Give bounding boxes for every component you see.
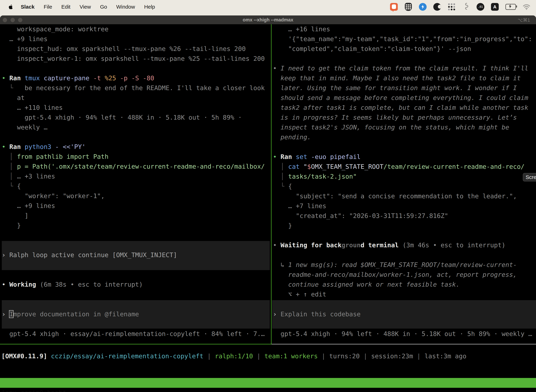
zoom-button[interactable] bbox=[18, 18, 22, 22]
right-result-block: … +16 lines '{"team_name":"my-team","tas… bbox=[273, 24, 532, 54]
terminal-line: ] bbox=[2, 211, 265, 221]
terminal-line: at bbox=[2, 93, 265, 103]
dark-crescent-icon[interactable] bbox=[433, 3, 441, 11]
apple-logo-icon[interactable] bbox=[8, 4, 14, 10]
wifi-icon[interactable] bbox=[522, 3, 531, 11]
terminal-line: "created_at": "2026-03-31T11:59:27.816Z" bbox=[273, 211, 525, 221]
terminal-line: workspace_mode: worktree bbox=[2, 24, 265, 34]
terminal-line: gpt-5.4 xhigh · 94% left · 488K in · 5.1… bbox=[2, 112, 265, 122]
terminal-line: └ be necessary for the end of the README… bbox=[2, 83, 265, 93]
terminal-line: } bbox=[273, 221, 525, 231]
shield-grid-icon[interactable] bbox=[404, 3, 412, 11]
menu-item-help[interactable]: Help bbox=[144, 4, 155, 10]
terminal-line: "completed","claim_token":"claim-token"}… bbox=[273, 44, 532, 54]
right-cat-command-block: • Ran set -euo pipefail │ cat "$OMX_TEAM… bbox=[273, 152, 525, 231]
left-pane-bottom-border bbox=[0, 344, 272, 344]
terminal-line: '{"team_name":"my-team","task_id":"1","f… bbox=[273, 34, 532, 44]
right-pane-bottom-border bbox=[272, 344, 536, 344]
battery-charging-icon[interactable] bbox=[505, 3, 516, 11]
screen-overlay-tooltip: Scre bbox=[523, 173, 536, 182]
terminal-line: weekly … bbox=[2, 122, 265, 132]
terminal-line: │ cat "$OMX_TEAM_STATE_ROOT/team/review-… bbox=[273, 162, 525, 172]
terminal-content: workspace_mode: worktree … +9 lines insp… bbox=[0, 24, 536, 392]
terminal-line: inspect_hud: omx sparkshell --tmux-pane … bbox=[2, 44, 265, 54]
input-source-a-icon[interactable]: A bbox=[491, 3, 499, 11]
terminal-line: ↳ 1 new msg(s): read $OMX_TEAM_STATE_ROO… bbox=[273, 260, 517, 270]
menu-status-tray: ..61 A bbox=[390, 3, 531, 11]
terminal-line: • Ran set -euo pipefail bbox=[273, 152, 525, 162]
minimize-button[interactable] bbox=[10, 18, 15, 22]
tmux-status-bar: [omx-cczip0:bash* "MacBook-Pro-44.local"… bbox=[0, 378, 536, 388]
terminal-line: inspect task2's JSON, focusing on the st… bbox=[273, 122, 528, 132]
terminal-line: • I need to get the claim token from the… bbox=[273, 63, 528, 73]
left-working-status: • Working (6m 38s • esc to interrupt) bbox=[2, 280, 143, 289]
terminal-line: └ { bbox=[273, 182, 525, 191]
terminal-line: • Ran tmux capture-pane -t %25 -p -S -80 bbox=[2, 73, 265, 83]
badge-61-icon[interactable]: ..61 bbox=[476, 3, 485, 11]
terminal-line: keep that in mind. Maybe I also need the… bbox=[273, 73, 528, 83]
terminal-window: omx --xhigh --madmax ⌥⌘1 workspace_mode:… bbox=[0, 15, 536, 392]
terminal-line: • Waiting for background terminal (3m 46… bbox=[273, 240, 517, 250]
terminal-line: • Working (6m 38s • esc to interrupt) bbox=[2, 280, 143, 289]
menu-item-go[interactable]: Go bbox=[100, 4, 107, 10]
tmux-session-name: [omx-cczip0:bash* bbox=[1, 388, 66, 392]
terminal-line: │ p = Path('.omx/state/team/review-curre… bbox=[2, 162, 265, 171]
right-thinking-block: • I need to get the claim token from the… bbox=[273, 63, 528, 142]
terminal-line: pending. bbox=[273, 132, 528, 142]
terminal-line: │ … +3 lines bbox=[2, 171, 265, 181]
terminal-line: gpt-5.4 xhigh · 94% left · 488K in · 5.1… bbox=[273, 329, 532, 339]
terminal-line: readme-and-reco/mailbox/worker-1.json, a… bbox=[273, 270, 517, 280]
pane-divider[interactable] bbox=[271, 24, 272, 344]
terminal-line: … +7 lines bbox=[273, 201, 525, 211]
window-shortcut-hint: ⌥⌘1 bbox=[518, 17, 530, 23]
right-model-status-line: gpt-5.4 xhigh · 94% left · 488K in · 5.1… bbox=[273, 329, 532, 339]
left-python-command-block: • Ran python3 - <<'PY' │ from pathlib im… bbox=[2, 142, 265, 230]
terminal-line: › Explain this codebase bbox=[273, 309, 361, 319]
terminal-line: task2 after task1 is complete, but can I… bbox=[273, 103, 528, 112]
menu-item-file[interactable]: File bbox=[44, 4, 52, 10]
window-titlebar[interactable]: omx --xhigh --madmax ⌥⌘1 bbox=[0, 15, 536, 24]
window-title: omx --xhigh --madmax bbox=[243, 17, 293, 23]
terminal-line: [OMX#0.11.9] cczip/essay/ai-reimplementa… bbox=[1, 351, 536, 361]
desktop: { "menu_bar": { "items": ["Slack", "File… bbox=[0, 0, 536, 392]
terminal-line: └ { bbox=[2, 181, 265, 191]
terminal-line bbox=[273, 250, 517, 260]
terminal-line: "worker": "worker-1", bbox=[2, 191, 265, 201]
terminal-line: • Ran python3 - <<'PY' bbox=[2, 142, 265, 152]
menu-item-window[interactable]: Window bbox=[116, 4, 135, 10]
terminal-line: later. Using the same for transition mig… bbox=[273, 83, 528, 93]
close-button[interactable] bbox=[3, 18, 7, 22]
terminal-line: should send a message before completing … bbox=[273, 93, 528, 103]
menu-app-name[interactable]: Slack bbox=[21, 4, 34, 10]
terminal-line: … +16 lines bbox=[273, 24, 532, 34]
menu-item-edit[interactable]: Edit bbox=[61, 4, 71, 10]
left-model-status-line: gpt-5.4 xhigh · essay/ai-reimplementatio… bbox=[2, 329, 265, 339]
terminal-line: │ from pathlib import Path bbox=[2, 152, 265, 162]
terminal-line: } bbox=[2, 221, 265, 230]
terminal-line: … +9 lines bbox=[2, 201, 265, 211]
blue-bolt-badge-icon[interactable] bbox=[419, 3, 427, 11]
menu-bar: Slack File Edit View Go Window Help ..61… bbox=[0, 0, 536, 15]
terminal-line: … +110 lines bbox=[2, 103, 265, 112]
terminal-line: "subject": "send a concise recommendatio… bbox=[273, 191, 525, 201]
terminal-line: is in progress? It seems likely but perh… bbox=[273, 112, 528, 122]
terminal-line: … +9 lines bbox=[2, 34, 265, 44]
chat-app-icon[interactable] bbox=[390, 3, 398, 11]
terminal-line: gpt-5.4 xhigh · essay/ai-reimplementatio… bbox=[2, 329, 265, 339]
omx-status-line: [OMX#0.11.9] cczip/essay/ai-reimplementa… bbox=[1, 351, 536, 361]
menu-item-view[interactable]: View bbox=[80, 4, 91, 10]
left-scrollback-block: workspace_mode: worktree … +9 lines insp… bbox=[2, 24, 265, 64]
terminal-line: › Improve documentation in @filename bbox=[2, 309, 139, 319]
dots-grid-icon[interactable] bbox=[447, 3, 456, 11]
terminal-line: › Ralph loop active continue [OMX_TMUX_I… bbox=[2, 250, 177, 260]
right-input-box[interactable]: › Explain this codebase bbox=[273, 309, 361, 319]
left-input-box[interactable]: › Improve documentation in @filename bbox=[2, 309, 139, 319]
squiggle-icon[interactable] bbox=[462, 3, 470, 11]
left-tmux-command-block: • Ran tmux capture-pane -t %25 -p -S -80… bbox=[2, 73, 265, 132]
left-inject-banner: › Ralph loop active continue [OMX_TMUX_I… bbox=[2, 250, 177, 260]
right-waiting-block: • Waiting for background terminal (3m 46… bbox=[273, 240, 517, 299]
terminal-line: inspect_worker-1: omx sparkshell --tmux-… bbox=[2, 54, 265, 64]
terminal-line: │ tasks/task-2.json" bbox=[273, 172, 525, 182]
terminal-line: ⌥ + ↑ edit bbox=[273, 289, 517, 299]
terminal-line: continue assigned work or next feasible … bbox=[273, 280, 517, 289]
